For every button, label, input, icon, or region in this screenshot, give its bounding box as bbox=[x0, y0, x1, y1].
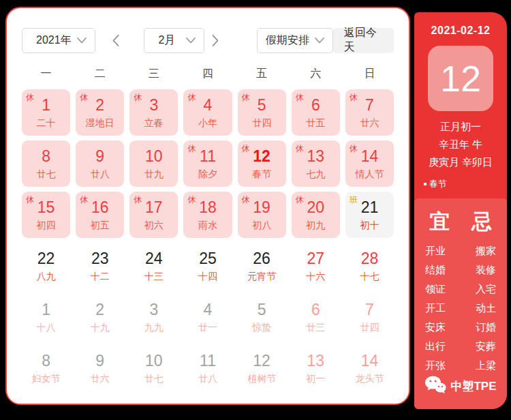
calendar-cell[interactable]: 27十六 bbox=[292, 243, 340, 289]
calendar-cell[interactable]: 休3立春 bbox=[129, 89, 178, 136]
lunar-label: 廿七 bbox=[144, 372, 164, 385]
avoid-item: 上梁 bbox=[476, 356, 496, 375]
lunar-label: 廿六 bbox=[360, 117, 379, 129]
date-detail-sidebar: 2021-02-12 12 正月初一辛丑年 牛庚寅月 辛卯日 春节 宜 忌 开业… bbox=[414, 12, 507, 409]
work-badge: 班 bbox=[350, 195, 358, 205]
calendar-cell[interactable]: 休15初四 bbox=[22, 192, 70, 238]
day-number: 6 bbox=[311, 301, 320, 318]
calendar-cell[interactable]: 6廿三 bbox=[292, 294, 340, 340]
calendar-cell[interactable]: 休6廿五 bbox=[292, 89, 340, 136]
avoid-item: 装修 bbox=[476, 260, 496, 280]
lunar-label: 七九 bbox=[306, 168, 325, 180]
calendar-cell[interactable]: 12植树节 bbox=[238, 345, 286, 391]
lunar-line: 庚寅月 辛卯日 bbox=[414, 153, 507, 171]
day-number: 16 bbox=[91, 198, 109, 216]
lunar-line: 正月初一 bbox=[414, 118, 507, 136]
calendar-cell[interactable]: 休1二十 bbox=[22, 89, 70, 136]
calendar-cell[interactable]: 10廿九 bbox=[129, 140, 178, 187]
lunar-label: 廿九 bbox=[144, 168, 164, 180]
calendar-cell[interactable]: 休5廿四 bbox=[238, 89, 286, 136]
calendar-cell[interactable]: 9廿八 bbox=[76, 140, 124, 187]
day-number: 7 bbox=[365, 96, 374, 114]
lunar-label: 廿六 bbox=[91, 372, 110, 385]
day-number: 9 bbox=[95, 352, 104, 370]
day-number: 1 bbox=[42, 96, 50, 114]
calendar-cell[interactable]: 28十七 bbox=[345, 243, 394, 289]
weekday-label: 四 bbox=[183, 67, 232, 81]
calendar-cell-today[interactable]: 休12春节 bbox=[238, 140, 286, 187]
lunar-label: 初十 bbox=[360, 219, 379, 231]
weekday-header-row: 一二三四五六日 bbox=[22, 67, 394, 81]
lunar-label: 八九 bbox=[37, 270, 56, 282]
calendar-cell[interactable]: 5惊蛰 bbox=[238, 294, 286, 340]
day-number: 15 bbox=[37, 198, 55, 216]
calendar-cell[interactable]: 休20初九 bbox=[292, 192, 340, 238]
calendar-cell[interactable]: 23十二 bbox=[76, 243, 124, 289]
suitable-item: 开业 bbox=[425, 241, 446, 260]
calendar-cell[interactable]: 7廿四 bbox=[345, 294, 394, 340]
calendar-cell[interactable]: 休7廿六 bbox=[345, 89, 394, 136]
day-number: 8 bbox=[42, 352, 50, 370]
lunar-label: 植树节 bbox=[247, 372, 276, 385]
calendar-cell[interactable]: 14龙头节 bbox=[345, 345, 394, 391]
festival-label: 春节 bbox=[424, 178, 507, 190]
calendar-cell[interactable]: 休13七九 bbox=[292, 140, 340, 187]
chevron-down-icon bbox=[315, 38, 324, 44]
rest-badge: 休 bbox=[187, 195, 196, 205]
day-number: 4 bbox=[204, 301, 213, 318]
calendar-cell[interactable]: 休18雨水 bbox=[183, 192, 232, 238]
avoid-item: 安葬 bbox=[476, 337, 496, 356]
calendar-cell[interactable]: 24十三 bbox=[129, 243, 178, 289]
day-number: 20 bbox=[307, 198, 324, 216]
calendar-cell[interactable]: 休2湿地日 bbox=[76, 89, 124, 136]
calendar-cell[interactable]: 25十四 bbox=[183, 243, 232, 289]
holiday-plan-select[interactable]: 假期安排 bbox=[257, 28, 333, 53]
day-number-card: 12 bbox=[428, 46, 493, 111]
rest-badge: 休 bbox=[350, 144, 358, 153]
calendar-cell[interactable]: 休19初八 bbox=[238, 192, 286, 238]
day-number: 25 bbox=[199, 250, 217, 267]
rest-badge: 休 bbox=[80, 195, 88, 205]
day-number: 1 bbox=[42, 301, 50, 318]
month-select[interactable]: 2月 bbox=[144, 28, 204, 53]
avoid-item: 入宅 bbox=[476, 280, 496, 299]
lunar-label: 初五 bbox=[91, 219, 110, 231]
wechat-icon bbox=[424, 376, 446, 397]
year-select[interactable]: 2021年 bbox=[22, 28, 95, 53]
calendar-cell[interactable]: 4廿一 bbox=[183, 294, 232, 340]
weekday-label: 五 bbox=[238, 67, 286, 81]
lunar-label: 十八 bbox=[37, 321, 56, 333]
rest-badge: 休 bbox=[296, 144, 304, 153]
calendar-cell[interactable]: 休16初五 bbox=[76, 192, 124, 238]
calendar-cell[interactable]: 休11除夕 bbox=[183, 140, 232, 187]
lunar-label: 九九 bbox=[144, 321, 164, 333]
prev-month-button[interactable] bbox=[108, 35, 123, 46]
calendar-cell[interactable]: 9廿六 bbox=[76, 345, 124, 391]
rest-badge: 休 bbox=[26, 195, 34, 205]
almanac-columns: 开业结婚领证开工安床出行开张 搬家装修入宅动土订婚安葬上梁 bbox=[424, 241, 497, 375]
calendar-cell[interactable]: 10廿七 bbox=[129, 345, 178, 391]
calendar-cell[interactable]: 26元宵节 bbox=[238, 243, 286, 289]
calendar-cell[interactable]: 休14情人节 bbox=[345, 140, 394, 187]
calendar-cell[interactable]: 休17初六 bbox=[129, 192, 178, 238]
festival-name: 春节 bbox=[429, 178, 447, 190]
calendar-cell[interactable]: 1十八 bbox=[22, 294, 70, 340]
back-to-today-button[interactable]: 返回今天 bbox=[333, 28, 394, 53]
calendar-cell[interactable]: 22八九 bbox=[22, 243, 70, 289]
next-month-button[interactable] bbox=[207, 35, 223, 46]
calendar-cell[interactable]: 13初一 bbox=[292, 345, 340, 391]
calendar-cell[interactable]: 班21初十 bbox=[345, 192, 394, 238]
calendar-cell[interactable]: 休4小年 bbox=[183, 89, 232, 136]
day-number: 4 bbox=[204, 96, 213, 114]
calendar-cell[interactable]: 3九九 bbox=[129, 294, 178, 340]
avoid-list: 搬家装修入宅动土订婚安葬上梁 bbox=[476, 241, 496, 375]
lunar-line: 辛丑年 牛 bbox=[414, 136, 507, 153]
lunar-label: 春节 bbox=[252, 168, 271, 180]
calendar-cell[interactable]: 8妇女节 bbox=[22, 345, 70, 391]
lunar-label: 小年 bbox=[198, 117, 217, 129]
rest-badge: 休 bbox=[350, 93, 358, 102]
weekday-label: 三 bbox=[129, 67, 178, 81]
calendar-cell[interactable]: 2十九 bbox=[76, 294, 124, 340]
calendar-cell[interactable]: 11廿八 bbox=[183, 345, 232, 391]
calendar-cell[interactable]: 8廿七 bbox=[22, 140, 70, 187]
